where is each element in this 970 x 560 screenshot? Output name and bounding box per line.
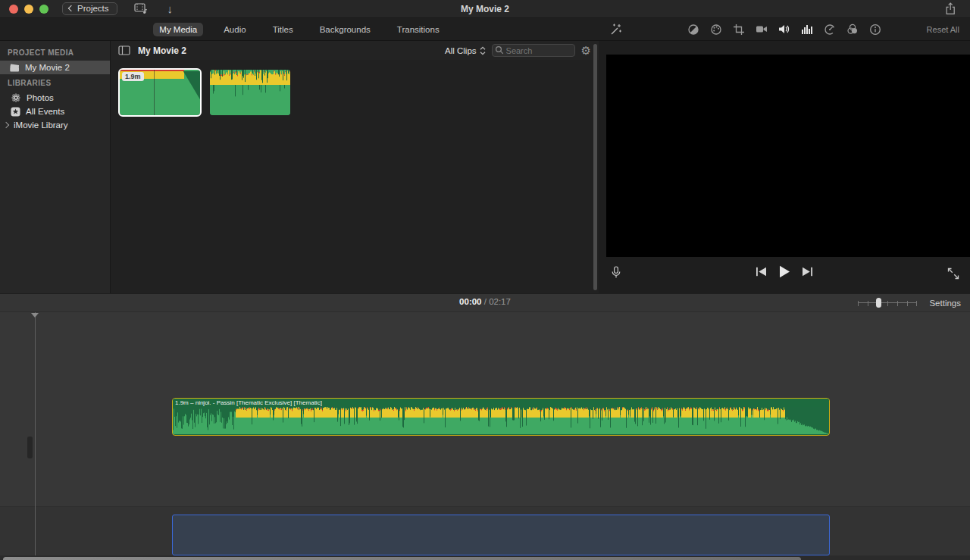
download-arrow-icon[interactable]: ↓ [167,2,174,15]
clip-duration-badge: 1.9m [122,72,144,81]
color-correction-palette-icon[interactable] [710,23,722,36]
sidebar-item-photos[interactable]: Photos [0,91,110,105]
titlebar: Projects ↓ My Movie 2 [0,0,970,18]
gear-icon[interactable]: ⚙ [581,45,591,56]
sidebar-item-label: All Events [26,107,64,116]
project-media-header: PROJECT MEDIA [0,44,110,61]
thumb1-peak-line [120,70,184,71]
share-icon[interactable] [945,2,956,15]
tab-my-media[interactable]: My Media [153,23,203,36]
main-content: PROJECT MEDIA My Movie 2 LIBRARIES [0,41,970,293]
projects-back-button[interactable]: Projects [62,2,117,15]
timeline-toolbar-right: Settings [858,294,961,311]
minimize-window-button[interactable] [24,5,33,14]
libraries-header: LIBRARIES [0,74,110,91]
sidebar-toggle-icon[interactable] [118,45,130,55]
timeline-audio-clip[interactable]: 1.9m – ninjoi. - Passin [Thematic Exclus… [172,398,830,436]
play-button[interactable] [778,265,790,278]
crop-icon[interactable] [733,23,745,36]
color-filters-icon[interactable] [846,23,859,35]
sidebar-item-my-movie-2[interactable]: My Movie 2 [0,61,110,74]
search-input[interactable] [492,44,575,57]
timeline-scrollbar-track [0,555,970,560]
tab-strip: My Media Audio Titles Backgrounds Transi… [0,18,970,41]
close-window-button[interactable] [9,5,18,14]
chevron-left-icon [68,5,74,11]
sidebar-item-label: Photos [27,93,54,102]
sidebar: PROJECT MEDIA My Movie 2 LIBRARIES [0,41,111,293]
updown-chevrons-icon [480,46,486,55]
timeline-left-handle[interactable] [27,436,33,458]
window-controls [9,5,48,14]
voiceover-mic-icon[interactable] [611,266,621,280]
thumb1-fade-wedge [183,71,200,99]
time-separator: / [484,297,487,306]
thumb2-waveform [210,70,290,115]
media-import-icon[interactable] [134,3,148,14]
viewer-pane [599,41,970,293]
playhead-line[interactable] [35,312,36,560]
enhance-magic-wand-icon[interactable] [609,23,622,36]
transport-controls [756,265,813,278]
skip-to-end-button[interactable] [802,267,813,277]
browser-header-controls: All Clips [445,44,591,57]
reset-all-button[interactable]: Reset All [927,25,959,34]
tab-transitions[interactable]: Transitions [391,23,446,36]
fullscreen-expand-icon[interactable] [947,267,959,280]
search-field [492,44,575,57]
total-time: 02:17 [489,297,511,306]
settings-button[interactable]: Settings [929,299,961,308]
playback-controls [599,257,970,293]
stabilization-camera-icon[interactable] [756,24,768,34]
speed-speedometer-icon[interactable] [824,23,836,36]
browser-title: My Movie 2 [138,45,186,56]
timeline-track-placeholder[interactable] [172,515,830,555]
playhead-handle-icon[interactable] [31,313,39,318]
timeline-clip-waveform [173,407,828,434]
time-display: 00:00 / 02:17 [0,297,970,306]
sidebar-item-all-events[interactable]: All Events [0,105,110,118]
audio-clip-thumbnail-2[interactable] [210,70,290,115]
tab-audio[interactable]: Audio [217,23,252,36]
timeline-scrollbar-thumb[interactable] [3,557,801,560]
imovie-window: Projects ↓ My Movie 2 My Media [0,0,970,560]
chevron-right-icon[interactable] [3,122,9,128]
browser-clip-grid: 1.9m [111,60,599,125]
zoom-window-button[interactable] [39,5,48,14]
viewer-toolbar: Reset All [599,18,970,40]
all-clips-label: All Clips [445,46,477,55]
info-icon[interactable] [869,23,881,36]
tab-backgrounds[interactable]: Backgrounds [314,23,377,36]
sidebar-item-label: iMovie Library [14,120,68,130]
timeline-clip-label: 1.9m – ninjoi. - Passin [Thematic Exclus… [173,399,829,407]
star-badge-icon [11,107,20,117]
slider-thumb[interactable] [876,298,881,308]
timeline-zoom-slider[interactable] [858,298,917,308]
audio-clip-thumbnail-1[interactable]: 1.9m [120,70,200,115]
timeline: 1.9m – ninjoi. - Passin [Thematic Exclus… [0,312,970,560]
current-time: 00:00 [459,297,481,306]
timeline-toolbar: 00:00 / 02:17 Settings [0,293,970,312]
skip-to-start-button[interactable] [756,267,767,277]
browser-scrollbar[interactable] [593,44,597,290]
slider-ticks [858,301,917,306]
volume-icon[interactable] [778,24,790,34]
color-balance-icon[interactable] [687,23,699,36]
projects-back-label: Projects [77,4,109,13]
all-clips-filter[interactable]: All Clips [445,46,486,55]
noise-reduction-equalizer-icon[interactable] [801,24,813,34]
media-browser: My Movie 2 All Clips [111,41,599,293]
search-icon [495,45,504,55]
media-tabs: My Media Audio Titles Backgrounds Transi… [0,18,599,40]
clapperboard-icon [9,63,20,73]
browser-header: My Movie 2 All Clips [111,41,599,60]
sidebar-item-imovie-library[interactable]: iMovie Library [0,118,110,132]
adjustment-icons [687,23,881,36]
tab-titles[interactable]: Titles [267,23,299,36]
thumb1-skimmer-line [154,70,155,115]
photos-flower-icon [11,92,21,103]
sidebar-item-label: My Movie 2 [25,63,70,72]
viewer-screen [606,55,970,257]
